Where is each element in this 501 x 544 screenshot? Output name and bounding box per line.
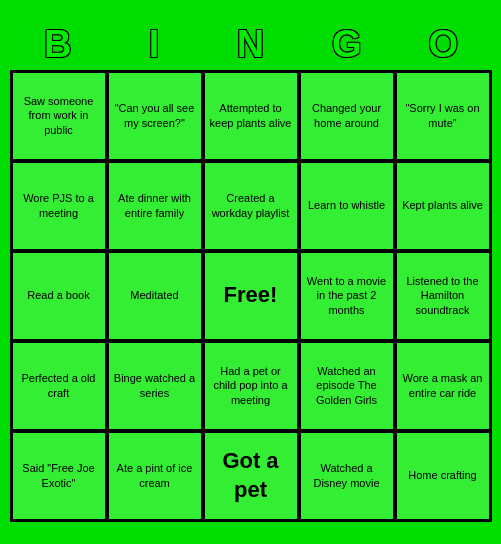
bingo-cell-7[interactable]: Created a workday playlist: [204, 162, 298, 250]
bingo-card: B I N G O Saw someone from work in publi…: [6, 19, 496, 526]
letter-o: O: [397, 23, 489, 66]
bingo-cell-14[interactable]: Listened to the Hamilton soundtrack: [396, 252, 490, 340]
bingo-cell-20[interactable]: Said "Free Joe Exotic": [12, 432, 106, 520]
bingo-cell-2[interactable]: Attempted to keep plants alive: [204, 72, 298, 160]
bingo-cell-13[interactable]: Went to a movie in the past 2 months: [300, 252, 394, 340]
letter-n: N: [204, 23, 296, 66]
bingo-cell-16[interactable]: Binge watched a series: [108, 342, 202, 430]
bingo-cell-17[interactable]: Had a pet or child pop into a meeting: [204, 342, 298, 430]
letter-b: B: [12, 23, 104, 66]
bingo-cell-3[interactable]: Changed your home around: [300, 72, 394, 160]
bingo-cell-12[interactable]: Free!: [204, 252, 298, 340]
bingo-cell-5[interactable]: Wore PJS to a meeting: [12, 162, 106, 250]
bingo-cell-0[interactable]: Saw someone from work in public: [12, 72, 106, 160]
bingo-cell-15[interactable]: Perfected a old craft: [12, 342, 106, 430]
letter-g: G: [301, 23, 393, 66]
bingo-grid: Saw someone from work in public"Can you …: [10, 70, 492, 522]
bingo-cell-4[interactable]: "Sorry I was on mute": [396, 72, 490, 160]
letter-i: I: [108, 23, 200, 66]
bingo-cell-6[interactable]: Ate dinner with entire family: [108, 162, 202, 250]
bingo-cell-19[interactable]: Wore a mask an entire car ride: [396, 342, 490, 430]
bingo-cell-22[interactable]: Got a pet: [204, 432, 298, 520]
bingo-cell-9[interactable]: Kept plants alive: [396, 162, 490, 250]
bingo-cell-18[interactable]: Watched an episode The Golden Girls: [300, 342, 394, 430]
bingo-header: B I N G O: [10, 23, 492, 66]
bingo-cell-11[interactable]: Meditated: [108, 252, 202, 340]
bingo-cell-8[interactable]: Learn to whistle: [300, 162, 394, 250]
bingo-cell-24[interactable]: Home crafting: [396, 432, 490, 520]
bingo-cell-23[interactable]: Watched a Disney movie: [300, 432, 394, 520]
bingo-cell-1[interactable]: "Can you all see my screen?": [108, 72, 202, 160]
bingo-cell-21[interactable]: Ate a pint of ice cream: [108, 432, 202, 520]
bingo-cell-10[interactable]: Read a book: [12, 252, 106, 340]
